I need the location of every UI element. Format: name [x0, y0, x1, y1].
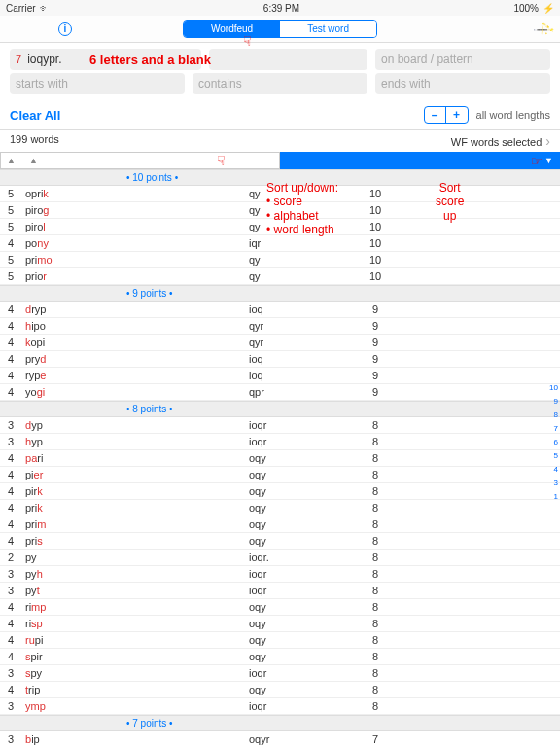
row-score: 8	[317, 535, 434, 547]
result-row[interactable]: 3ympioqr8	[0, 698, 560, 715]
row-word: pryd	[21, 353, 249, 365]
row-length: 4	[0, 353, 21, 365]
row-remaining: oqy	[249, 469, 317, 480]
clear-all-button[interactable]: Clear All	[10, 108, 60, 123]
result-row[interactable]: 4rispoqy8	[0, 616, 560, 632]
tab-wordfeud[interactable]: Wordfeud	[184, 21, 280, 37]
result-row[interactable]: 4rupioqy8	[0, 632, 560, 649]
row-remaining: oqy	[249, 618, 317, 629]
result-row[interactable]: 3hypioqr8	[0, 434, 560, 450]
row-remaining: iqr	[249, 237, 317, 249]
result-row[interactable]: 4prydioq9	[0, 351, 560, 368]
row-remaining: ioqr	[249, 700, 317, 712]
result-row[interactable]: 4rimpoqy8	[0, 599, 560, 616]
index-tick[interactable]: 8	[549, 410, 558, 419]
result-row[interactable]: 4primoqy8	[0, 516, 560, 533]
row-word: trip	[21, 684, 249, 695]
row-score: 9	[317, 370, 434, 381]
index-tick[interactable]: 6	[549, 438, 558, 446]
result-row[interactable]: 4rypeioq9	[0, 368, 560, 384]
row-score: 8	[317, 551, 434, 563]
result-row[interactable]: 4prisoqy8	[0, 533, 560, 550]
board-pattern-input[interactable]: on board / pattern	[375, 49, 550, 70]
ends-with-input[interactable]: ends with	[375, 73, 550, 94]
row-score: 8	[317, 667, 434, 679]
row-score: 8	[317, 469, 434, 480]
tiles-input[interactable]: 7 ioqypr. 6 letters and a blank	[10, 49, 201, 70]
row-length: 4	[0, 303, 21, 315]
result-row[interactable]: 5primoqy10	[0, 252, 560, 268]
result-row[interactable]: 3spyioqr8	[0, 665, 560, 682]
result-row[interactable]: 4tripoqy8	[0, 682, 560, 698]
row-word: pirol	[21, 221, 249, 232]
row-remaining: oqy	[249, 452, 317, 464]
row-remaining: qpr	[249, 386, 317, 398]
row-remaining: oqy	[249, 518, 317, 530]
row-length: 4	[0, 518, 21, 530]
result-row[interactable]: 4yogiqpr9	[0, 384, 560, 401]
settings-wand-icon[interactable]: 🪄	[533, 18, 555, 40]
row-length: 3	[0, 585, 21, 596]
result-row[interactable]: 4drypioq9	[0, 302, 560, 318]
side-index[interactable]: 1098765431	[549, 383, 558, 501]
result-row[interactable]: 2pyioqr.8	[0, 550, 560, 566]
length-stepper[interactable]: – +	[424, 106, 469, 124]
index-tick[interactable]: 1	[549, 492, 558, 501]
tiles-value: ioqypr.	[27, 53, 61, 66]
sort-right[interactable]: ☟	[280, 152, 560, 169]
starts-with-input[interactable]: starts with	[10, 73, 185, 94]
index-tick[interactable]: 5	[549, 451, 558, 460]
index-tick[interactable]: 9	[549, 397, 558, 406]
index-tick[interactable]: 10	[549, 383, 558, 392]
row-score: 10	[317, 270, 434, 282]
result-row[interactable]: 3bipoqyr7	[0, 731, 560, 747]
result-row[interactable]: 4pieroqy8	[0, 467, 560, 483]
result-row[interactable]: 4spiroqy8	[0, 649, 560, 665]
sort-alpha-up-icon[interactable]	[7, 156, 16, 165]
charge-icon: ⚡	[542, 3, 554, 14]
row-remaining: oqy	[249, 651, 317, 662]
row-remaining: ioqr	[249, 568, 317, 580]
row-remaining: oqy	[249, 535, 317, 547]
row-score: 8	[317, 684, 434, 695]
tile-count: 7	[16, 53, 21, 65]
result-row[interactable]: 5priorqy10	[0, 268, 560, 285]
result-row[interactable]: 4kopiqyr9	[0, 335, 560, 351]
stepper-plus[interactable]: +	[446, 107, 468, 123]
index-tick[interactable]: 7	[549, 424, 558, 433]
row-length: 4	[0, 485, 21, 497]
dictionary-selector[interactable]: WF words selected	[451, 133, 550, 149]
index-tick[interactable]: 4	[549, 465, 558, 474]
sort-length-up-icon[interactable]	[29, 156, 38, 165]
sort-score-down-icon[interactable]	[544, 156, 553, 165]
row-word: primo	[21, 254, 249, 266]
row-length: 5	[0, 188, 21, 199]
result-row[interactable]: 3pyhioqr8	[0, 566, 560, 583]
row-word: dyp	[21, 419, 249, 431]
row-score: 8	[317, 436, 434, 447]
mode-segmented-control[interactable]: Wordfeud Test word	[183, 20, 377, 38]
result-row[interactable]: 4hipoqyr9	[0, 318, 560, 335]
row-word: hipo	[21, 320, 249, 332]
sort-left[interactable]: ☟	[0, 152, 280, 169]
row-word: rimp	[21, 601, 249, 613]
info-icon[interactable]: i	[58, 22, 72, 36]
result-row[interactable]: 4ponyiqr10	[0, 235, 560, 252]
row-length: 4	[0, 452, 21, 464]
stepper-minus[interactable]: –	[425, 107, 446, 123]
tab-test-word[interactable]: Test word	[280, 21, 376, 37]
row-length: 3	[0, 700, 21, 712]
result-row[interactable]: 4parioqy8	[0, 450, 560, 467]
row-remaining: ioq	[249, 370, 317, 381]
row-length: 3	[0, 667, 21, 679]
result-row[interactable]: 4prikoqy8	[0, 500, 560, 516]
result-row[interactable]: 4pirkoqy8	[0, 483, 560, 500]
index-tick[interactable]: 3	[549, 479, 558, 487]
row-remaining: oqy	[249, 634, 317, 646]
row-remaining: oqy	[249, 502, 317, 514]
contains-input[interactable]: contains	[192, 73, 368, 94]
row-word: pier	[21, 469, 249, 480]
row-remaining: oqy	[249, 601, 317, 613]
result-row[interactable]: 3pytioqr8	[0, 583, 560, 599]
result-row[interactable]: 3dypioqr8	[0, 417, 560, 434]
